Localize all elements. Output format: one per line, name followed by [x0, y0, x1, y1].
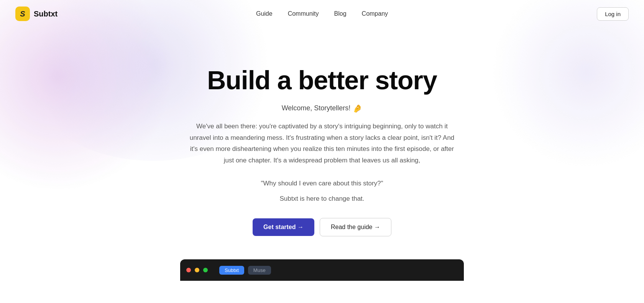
- hero-emoji: 🤌: [353, 104, 362, 113]
- logo-link[interactable]: S Subtxt: [15, 7, 58, 21]
- nav-link-guide[interactable]: Guide: [256, 10, 273, 17]
- preview-tab-2[interactable]: Muse: [248, 266, 271, 275]
- nav-actions: Log in: [597, 7, 629, 21]
- window-dot-green: [203, 268, 208, 272]
- get-started-button[interactable]: Get started →: [253, 218, 314, 236]
- nav-link-blog[interactable]: Blog: [334, 10, 347, 17]
- brand-name: Subtxt: [34, 10, 58, 18]
- preview-tab-1[interactable]: Subtxt: [219, 266, 244, 275]
- hero-description: We've all been there: you're captivated …: [188, 121, 456, 189]
- nav-link-company[interactable]: Company: [362, 10, 388, 17]
- hero-cta: Get started → Read the guide →: [253, 218, 391, 236]
- hero-section: Build a better story Welcome, Storytelle…: [0, 28, 644, 303]
- hero-subtitle: Welcome, Storytellers! 🤌: [282, 104, 363, 113]
- login-button[interactable]: Log in: [597, 7, 629, 21]
- nav-link-community[interactable]: Community: [288, 10, 319, 17]
- read-guide-button[interactable]: Read the guide →: [320, 218, 391, 236]
- window-dot-yellow: [195, 268, 199, 272]
- logo-icon: S: [15, 7, 30, 21]
- navbar: S Subtxt Guide Community Blog Company Lo…: [0, 0, 644, 28]
- preview-card: Subtxt Muse: [180, 259, 464, 281]
- hero-title: Build a better story: [207, 66, 437, 95]
- nav-links: Guide Community Blog Company: [256, 10, 388, 17]
- window-dot-red: [186, 268, 191, 272]
- hero-tagline: Subtxt is here to change that.: [279, 195, 364, 203]
